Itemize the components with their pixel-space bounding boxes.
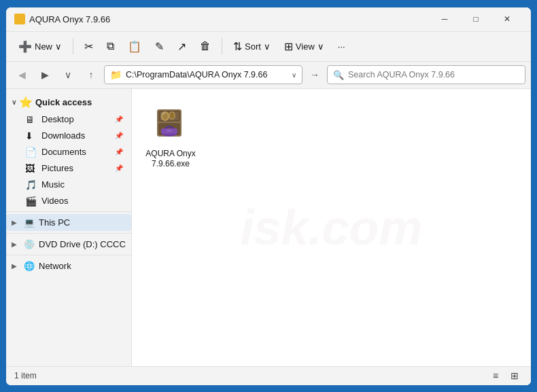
sidebar-item-pictures[interactable]: 🖼 Pictures 📌 — [17, 160, 131, 177]
svg-rect-10 — [167, 130, 172, 132]
quick-access-chevron-icon: ∨ — [12, 99, 16, 106]
new-label: New — [35, 41, 52, 52]
videos-icon: 🎬 — [25, 196, 37, 207]
sidebar-item-dvd[interactable]: ▶ 💿 DVD Drive (D:) CCCC — [6, 236, 131, 253]
sidebar-label-videos: Videos — [41, 196, 69, 206]
sidebar-divider-2 — [6, 233, 131, 234]
sidebar-divider-3 — [6, 255, 131, 255]
rename-button[interactable]: ✎ — [150, 37, 169, 56]
share-button[interactable]: ↗ — [172, 37, 192, 56]
toolbar-separator-1 — [73, 38, 73, 54]
toolbar: ➕ New ∨ ✂ ⧉ 📋 ✎ ↗ 🗑 ⇅ Sort ∨ ⊞ — [6, 32, 531, 62]
file-thumbnail — [149, 103, 192, 146]
quick-access-children: 🖥 Desktop 📌 ⬇ Downloads 📌 📄 Documents 📌 — [6, 111, 131, 209]
toolbar-separator-2 — [222, 38, 222, 54]
desktop-icon: 🖥 — [25, 114, 37, 125]
search-input[interactable] — [348, 70, 519, 79]
search-box: 🔍 — [327, 65, 525, 84]
sidebar: ∨ ⭐ Quick access 🖥 Desktop 📌 ⬇ Downloads… — [6, 89, 132, 366]
music-icon: 🎵 — [25, 179, 37, 190]
navigate-button[interactable]: → — [305, 65, 324, 84]
title-bar: AQURA Onyx 7.9.66 ─ □ ✕ — [6, 7, 531, 32]
file-grid: AQURA Onyx 7.9.66.exe — [140, 97, 523, 175]
quick-access-section: ∨ ⭐ Quick access 🖥 Desktop 📌 ⬇ Downloads… — [6, 93, 131, 209]
pin-icon-pictures: 📌 — [115, 164, 123, 172]
file-item-aqura[interactable]: AQURA Onyx 7.9.66.exe — [140, 97, 201, 175]
sidebar-item-network[interactable]: ▶ 🌐 Network — [6, 257, 131, 274]
sort-button[interactable]: ⇅ Sort ∨ — [228, 37, 276, 56]
quick-access-label: Quick access — [35, 97, 92, 107]
sidebar-label-desktop: Desktop — [41, 114, 74, 124]
svg-point-11 — [162, 112, 166, 115]
downloads-icon: ⬇ — [25, 130, 37, 141]
cut-icon: ✂ — [84, 40, 93, 53]
list-view-button[interactable]: ≡ — [487, 368, 504, 383]
sidebar-item-music[interactable]: 🎵 Music — [17, 177, 131, 193]
sidebar-label-music: Music — [41, 179, 65, 190]
new-button[interactable]: ➕ New ∨ — [13, 37, 67, 56]
address-field[interactable]: 📁 C:\ProgramData\AQURA Onyx 7.9.66 ∨ — [104, 65, 302, 84]
delete-button[interactable]: 🗑 — [194, 37, 216, 56]
search-icon: 🔍 — [333, 70, 344, 80]
title-left: AQURA Onyx 7.9.66 — [14, 14, 110, 24]
sort-label: Sort — [245, 41, 261, 52]
maximize-button[interactable]: □ — [460, 8, 491, 30]
sidebar-label-network: Network — [39, 261, 71, 271]
sort-icon: ⇅ — [233, 40, 242, 53]
more-button[interactable]: ··· — [332, 38, 351, 55]
view-button[interactable]: ⊞ View ∨ — [279, 37, 330, 56]
window-controls: ─ □ ✕ — [429, 8, 523, 30]
file-name: AQURA Onyx 7.9.66.exe — [143, 149, 198, 170]
up-button[interactable]: ↑ — [81, 65, 101, 84]
sidebar-label-downloads: Downloads — [41, 130, 85, 141]
this-pc-expand-icon: ▶ — [12, 219, 20, 226]
this-pc-icon: 💻 — [24, 217, 35, 228]
dvd-expand-icon: ▶ — [12, 240, 20, 248]
network-icon: 🌐 — [24, 261, 35, 271]
status-right: ≡ ⊞ — [487, 368, 523, 383]
status-bar: 1 item ≡ ⊞ — [6, 366, 531, 385]
watermark: isk.com — [240, 200, 422, 255]
new-chevron-icon: ∨ — [55, 41, 62, 52]
recent-button[interactable]: ∨ — [58, 65, 78, 84]
svg-point-7 — [170, 112, 174, 118]
item-count: 1 item — [14, 371, 37, 380]
file-icon-svg — [150, 104, 191, 145]
forward-button[interactable]: ▶ — [35, 65, 55, 84]
quick-access-star-icon: ⭐ — [19, 96, 33, 109]
pictures-icon: 🖼 — [25, 163, 37, 174]
sidebar-label-pictures: Pictures — [41, 163, 73, 173]
share-icon: ↗ — [177, 40, 186, 53]
address-bar: ◀ ▶ ∨ ↑ 📁 C:\ProgramData\AQURA Onyx 7.9.… — [6, 62, 531, 89]
dvd-icon: 💿 — [24, 239, 35, 249]
pin-icon-downloads: 📌 — [115, 132, 123, 139]
paste-button[interactable]: 📋 — [122, 37, 147, 56]
delete-icon: 🗑 — [200, 40, 211, 52]
window-title: AQURA Onyx 7.9.66 — [29, 14, 110, 24]
sidebar-item-documents[interactable]: 📄 Documents 📌 — [17, 144, 131, 160]
sidebar-item-videos[interactable]: 🎬 Videos — [17, 193, 131, 209]
cut-button[interactable]: ✂ — [79, 37, 99, 56]
paste-icon: 📋 — [128, 40, 141, 53]
quick-access-toggle[interactable]: ∨ ⭐ Quick access — [6, 93, 131, 111]
sort-chevron-icon: ∨ — [264, 41, 271, 52]
minimize-button[interactable]: ─ — [429, 8, 460, 30]
sidebar-item-downloads[interactable]: ⬇ Downloads 📌 — [17, 128, 131, 144]
grid-view-button[interactable]: ⊞ — [506, 368, 523, 383]
pin-icon-desktop: 📌 — [115, 115, 123, 123]
address-path: C:\ProgramData\AQURA Onyx 7.9.66 — [126, 70, 288, 79]
sidebar-item-desktop[interactable]: 🖥 Desktop 📌 — [17, 111, 131, 128]
address-folder-icon: 📁 — [110, 69, 122, 80]
view-label: View — [296, 41, 315, 52]
sidebar-item-this-pc[interactable]: ▶ 💻 This PC — [6, 214, 131, 231]
documents-icon: 📄 — [25, 147, 37, 158]
view-chevron-icon: ∨ — [317, 41, 324, 52]
rename-icon: ✎ — [155, 40, 164, 53]
copy-button[interactable]: ⧉ — [101, 37, 120, 56]
address-chevron-icon: ∨ — [292, 71, 296, 79]
pin-icon-documents: 📌 — [115, 148, 123, 156]
back-button[interactable]: ◀ — [12, 65, 32, 84]
new-icon: ➕ — [18, 40, 32, 53]
explorer-window: AQURA Onyx 7.9.66 ─ □ ✕ ➕ New ∨ ✂ ⧉ 📋 ✎ … — [5, 7, 532, 386]
close-button[interactable]: ✕ — [491, 8, 523, 30]
